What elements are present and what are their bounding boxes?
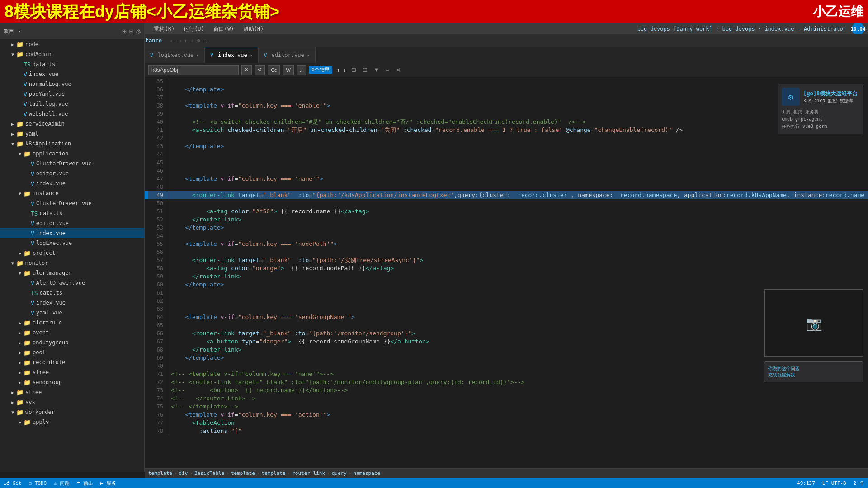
sidebar-collapse-icon[interactable]: ⊟ (129, 27, 134, 36)
tree-item-sys[interactable]: ▶ 📁 sys (0, 397, 144, 407)
search-more-btn[interactable]: ≡ (384, 66, 391, 74)
tree-item-alertrule[interactable]: ▶ 📁 alertrule (0, 318, 144, 328)
search-close-btn[interactable]: ▼ (372, 66, 382, 74)
tree-item-webshell[interactable]: V webshell.vue (0, 109, 144, 119)
folder-icon-alertrule: 📁 (24, 319, 31, 326)
status-output[interactable]: ≡ 输出 (77, 480, 93, 487)
tree-item-serviceadmin[interactable]: ▶ 📁 serviceAdmin (0, 119, 144, 129)
tree-item-index-alert[interactable]: V index.vue (0, 298, 144, 308)
menu-refactor[interactable]: 重构(R) (152, 24, 176, 34)
tree-item-yaml[interactable]: ▶ 📁 yaml (0, 129, 144, 139)
line-59: 59 </router-link> (145, 272, 868, 281)
tree-item-project[interactable]: ▶ 📁 project (0, 248, 144, 258)
search-input[interactable] (148, 65, 239, 75)
tree-item-data-ts-alert[interactable]: TS data.ts (0, 288, 144, 298)
tab-index[interactable]: V index.vue ✕ (205, 47, 259, 63)
tree-item-data-ts[interactable]: TS data.ts (0, 59, 144, 69)
tree-item-recordrule[interactable]: ▶ 📁 recordrule (0, 357, 144, 367)
tree-item-data-ts-inst[interactable]: TS data.ts (0, 208, 144, 218)
tree-item-k8sapp[interactable]: ▼ 📁 k8sApplication (0, 139, 144, 149)
tree-item-index-inst[interactable]: V index.vue (0, 228, 144, 238)
tree-item-editor-app[interactable]: V editor.vue (0, 169, 144, 178)
tree-item-ondutygroup[interactable]: ▶ 📁 ondutygroup (0, 338, 144, 347)
tab-close-logexec[interactable]: ✕ (196, 53, 199, 58)
sidebar-options-icon[interactable]: ⚙ (136, 27, 141, 36)
search-case-btn[interactable]: Cc (268, 65, 280, 75)
bc-basictable[interactable]: BasicTable (194, 470, 224, 476)
menu-help[interactable]: 帮助(H) (241, 24, 266, 34)
tree-item-pool[interactable]: ▶ 📁 pool (0, 347, 144, 357)
tree-item-index-vue[interactable]: V index.vue (0, 69, 144, 79)
bc-namespace[interactable]: namespace (353, 470, 380, 476)
vue-icon-tab: V (150, 52, 153, 58)
ts-file-icon-inst: TS (31, 210, 38, 217)
bc-template[interactable]: template (148, 470, 172, 476)
line-64: 64 <template v-if="column.key === 'sendG… (145, 313, 868, 321)
tree-item-monitor[interactable]: ▼ 📁 monitor (0, 258, 144, 268)
status-services[interactable]: ▶ 服务 (100, 480, 116, 487)
tree-item-instance[interactable]: ▼ 📁 instance (0, 188, 144, 198)
search-refresh-btn[interactable]: ↺ (255, 65, 265, 75)
line-66: 66 <router-link target="_blank" :to="{pa… (145, 329, 868, 338)
tab-close-index[interactable]: ✕ (250, 53, 253, 58)
status-git[interactable]: ⎇ Git (4, 480, 22, 486)
tree-item-alertmanager[interactable]: ▼ 📁 alertmanager (0, 268, 144, 278)
tree-item-node[interactable]: ▶ 📁 node (0, 39, 144, 49)
bc-router-link[interactable]: router-link (292, 470, 325, 476)
sidebar-toolbar: 项目 ▾ ⊞ ⊟ ⚙ (0, 23, 144, 39)
bc-template2[interactable]: template (231, 470, 255, 476)
line-78: 78 :actions="[" (145, 427, 868, 435)
search-word-btn[interactable]: W (283, 65, 293, 75)
search-regex-btn[interactable]: .* (297, 65, 306, 75)
tree-item-podadmin[interactable]: ▼ 📁 podAdmin (0, 49, 144, 59)
menu-window[interactable]: 窗口(W) (212, 24, 236, 34)
tab-close-editor[interactable]: ✕ (307, 53, 310, 58)
search-filter-btn[interactable]: ⊟ (361, 66, 369, 74)
menu-run[interactable]: 运行(U) (182, 24, 206, 34)
tab-logexec[interactable]: V logExec.vue ✕ (145, 47, 205, 63)
tree-item-event[interactable]: ▶ 📁 event (0, 328, 144, 338)
line-48: 48 (145, 183, 868, 191)
status-todo[interactable]: ☐ TODO (29, 480, 47, 486)
vue-icon-tab-editor: V (264, 52, 267, 58)
line-56: 56 (145, 248, 868, 256)
bc-div[interactable]: div (179, 470, 188, 476)
tree-item-application[interactable]: ▼ 📁 application (0, 149, 144, 159)
bc-template3[interactable]: template (262, 470, 286, 476)
tree-item-taillog[interactable]: V tail.log.vue (0, 99, 144, 109)
tree-item-yaml-alert[interactable]: V yaml.vue (0, 308, 144, 318)
tree-item-sendgroup[interactable]: ▶ 📁 sendgroup (0, 377, 144, 387)
line-76: 76 <template v-if="column.key === 'actio… (145, 411, 868, 419)
tab-bar: V logExec.vue ✕ V index.vue ✕ V editor.v… (145, 47, 868, 63)
search-funnel-btn[interactable]: ⊲ (394, 66, 402, 74)
search-replace-btn[interactable]: ⊡ (349, 66, 358, 74)
tree-item-clusterdrawer-app[interactable]: V ClusterDrawer.vue (0, 159, 144, 169)
tree-arrow-alertmanager: ▼ (16, 271, 24, 276)
tree-item-stree-monitor[interactable]: ▶ 📁 stree (0, 367, 144, 377)
line-35: 35 (145, 77, 868, 85)
ts-file-icon: TS (24, 61, 31, 68)
tree-item-normallog[interactable]: V normalLog.vue (0, 79, 144, 89)
tree-item-stree[interactable]: ▶ 📁 stree (0, 387, 144, 397)
tree-item-alertdrawer[interactable]: V AlertDrawer.vue (0, 278, 144, 288)
tree-item-index-app[interactable]: V index.vue (0, 178, 144, 188)
status-issues[interactable]: ⚠ 问题 (54, 480, 70, 487)
tree-item-workorder[interactable]: ▼ 📁 workorder (0, 407, 144, 417)
tree-item-podyaml[interactable]: V podYaml.vue (0, 89, 144, 99)
line-60: 60 </template> (145, 281, 868, 289)
tree-item-apply[interactable]: ▶ 📁 apply (0, 417, 144, 427)
folder-icon-sys: 📁 (16, 399, 24, 406)
line-39: 39 (145, 110, 868, 118)
search-clear-btn[interactable]: ✕ (241, 65, 252, 75)
tab-editor[interactable]: V editor.vue ✕ (259, 47, 316, 63)
tree-item-clusterdrawer-inst[interactable]: V ClusterDrawer.vue (0, 198, 144, 208)
sidebar-expand-icon[interactable]: ⊞ (122, 27, 127, 36)
vue-file-icon-editor-app: V (31, 170, 34, 177)
line-45: 45 (145, 159, 868, 167)
tree-arrow-application: ▼ (16, 151, 24, 156)
tree-item-editor-inst[interactable]: V editor.vue (0, 218, 144, 228)
chat-bubble: 你说的这个问题充钱就能解决 (764, 361, 863, 382)
folder-icon: 📁 (16, 41, 24, 48)
tree-item-logexec[interactable]: V logExec.vue (0, 238, 144, 248)
bc-query[interactable]: query (332, 470, 347, 476)
